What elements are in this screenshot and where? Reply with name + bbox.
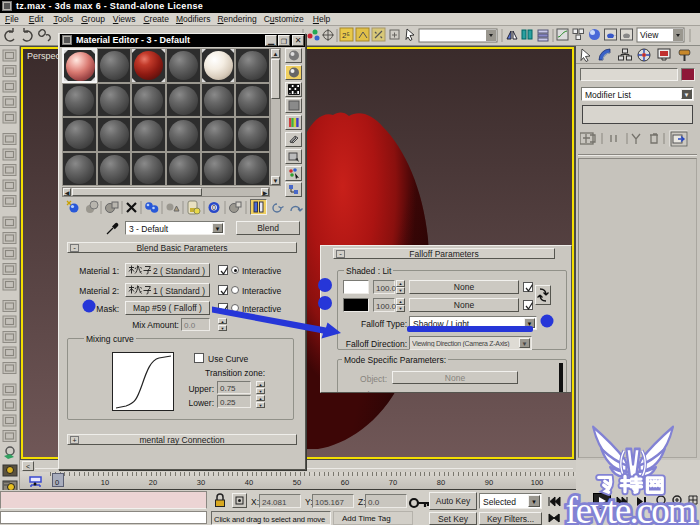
svg-text:0: 0 [212,204,216,211]
svg-text:View: View [640,30,659,40]
svg-text:2⁵: 2⁵ [342,31,350,40]
svg-text:2 ( Standard ): 2 ( Standard ) [153,266,205,276]
svg-text:1 ( Standard ): 1 ( Standard ) [153,286,205,296]
svg-text:fevte.com: fevte.com [566,490,697,525]
